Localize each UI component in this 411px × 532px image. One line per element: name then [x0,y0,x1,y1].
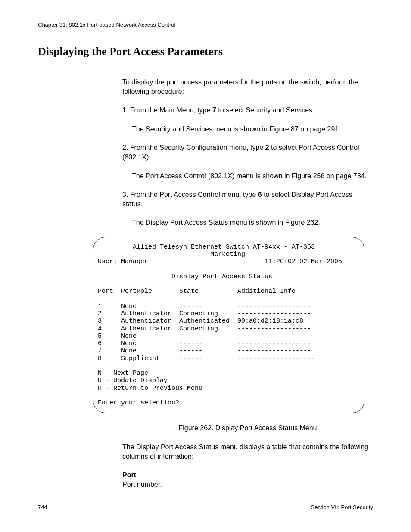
term-nav-next: N - Next Page [98,370,148,377]
term-row-5: 5 None ------ ------------------- [98,333,311,340]
step-3-pre: 3. From the Port Access Control menu, ty… [122,191,258,198]
figure-caption: Figure 262. Display Port Access Status M… [122,423,373,433]
step-3-key: 6 [258,191,262,198]
page-footer: 744 Section VII: Port Security [38,504,373,510]
term-row-6: 6 None ------ ------------------- [98,340,311,347]
after-figure-paragraph: The Display Port Access Status menu disp… [122,442,373,461]
footer-section: Section VII: Port Security [311,504,373,510]
term-row-2: 2 Authenticator Connecting -------------… [98,310,311,317]
definition-term-port: Port [122,470,373,480]
step-1: 1. From the Main Menu, type 7 to select … [122,106,373,115]
step-2-pre: 2. From the Security Configuration menu,… [122,144,265,151]
term-prompt: Enter your selection? [98,399,179,407]
term-title-1: Allied Telesyn Ethernet Switch AT-94xx -… [98,243,315,251]
term-user-line: User: Manager 11:20:02 02-Mar-2005 [98,258,342,265]
chapter-header: Chapter 31: 802.1x Port-based Network Ac… [38,22,373,28]
step-1-post: to select Security and Services. [216,106,314,114]
step-3-note: The Display Port Access Status menu is s… [132,218,373,227]
step-1-pre: 1. From the Main Menu, type [122,106,212,114]
after-terminal: Figure 262. Display Port Access Status M… [122,423,373,489]
term-row-7: 7 None ------ ------------------- [98,347,311,355]
step-3: 3. From the Port Access Control menu, ty… [122,190,373,208]
term-col-header: Port PortRole State Additional Info [98,288,296,295]
term-row-1: 1 None ------ ------------------- [98,303,311,310]
step-1-note: The Security and Services menu is shown … [132,124,373,134]
definition-desc-port: Port number. [122,480,373,489]
term-row-4: 4 Authenticator Connecting -------------… [98,325,311,333]
step-2-key: 2 [265,144,269,151]
term-row-8: 8 Supplicant ------ -------------------- [98,355,315,362]
term-nav-update: U - Update Display [98,377,168,384]
intro-paragraph: To display the port access parameters fo… [122,78,373,96]
step-2-note: The Port Access Control (802.1X) menu is… [132,171,373,181]
step-1-key: 7 [212,106,216,114]
terminal-window: Allied Telesyn Ethernet Switch AT-94xx -… [93,237,364,414]
term-row-3: 3 Authenticator Authenticated 00:a0:d2:1… [98,317,303,325]
term-title-2: Marketing [98,251,245,258]
step-2: 2. From the Security Configuration menu,… [122,143,373,162]
section-title: Displaying the Port Access Parameters [38,45,373,60]
page: Chapter 31: 802.1x Port-based Network Ac… [0,0,411,532]
term-subtitle: Display Port Access Status [98,273,272,280]
term-nav-return: R - Return to Previous Menu [98,385,202,392]
terminal-content: Allied Telesyn Ethernet Switch AT-94xx -… [93,237,364,414]
body-content: To display the port access parameters fo… [122,78,373,227]
term-divider: ----------------------------------------… [98,296,342,303]
page-number: 744 [38,504,47,510]
